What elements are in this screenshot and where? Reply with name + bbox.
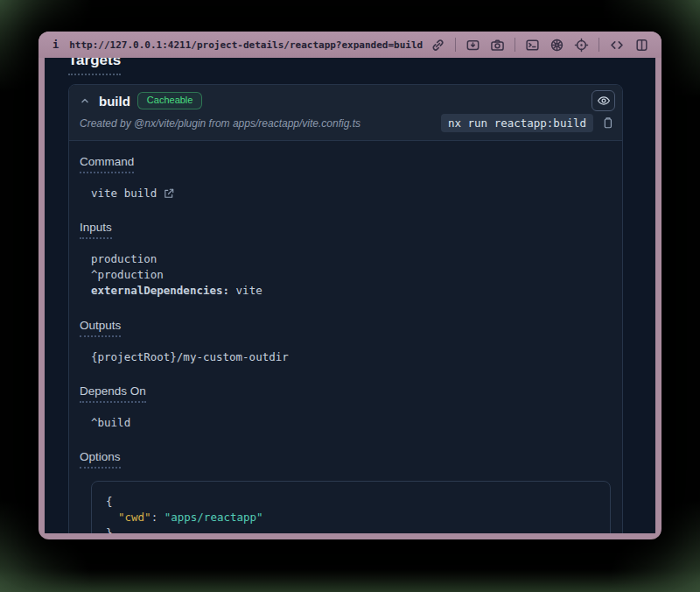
json-key-cwd: "cwd" (118, 511, 151, 524)
link-icon[interactable] (430, 38, 445, 53)
depends-on-section: Depends On ^build (80, 384, 612, 431)
options-json-block: { "cwd": "apps/reactapp" } (91, 481, 611, 533)
split-view-icon[interactable] (634, 38, 649, 53)
chevron-up-icon[interactable] (78, 94, 92, 108)
output-item: {projectRoot}/my-custom-outdir (91, 349, 612, 365)
project-details-page: Targets build Cacheable (45, 58, 655, 533)
target-card-build: build Cacheable Created by @nx/vite/plug… (68, 84, 623, 533)
url-bar[interactable]: http://127.0.0.1:4211/project-details/re… (69, 39, 424, 51)
info-icon: i (52, 39, 59, 51)
external-dependencies-key: externalDependencies: (91, 284, 229, 297)
inputs-heading: Inputs (80, 221, 112, 239)
target-icon[interactable] (574, 38, 589, 53)
run-command-chip: nx run reactapp:build (441, 114, 593, 132)
terminal-icon[interactable] (525, 38, 540, 53)
target-name-build[interactable]: build (99, 94, 130, 109)
json-value-cwd: "apps/reactapp" (164, 511, 263, 524)
json-brace-open: { (106, 494, 596, 510)
save-icon[interactable] (466, 38, 480, 53)
build-card-body: Command vite build Inputs (69, 141, 622, 533)
code-icon[interactable] (609, 38, 625, 53)
build-card-header: build Cacheable Created by @nx/vite/plug… (69, 85, 622, 141)
options-section: Options { "cwd": "apps/reactapp" } (80, 450, 612, 533)
toolbar-separator (455, 38, 456, 52)
inputs-section: Inputs production ^production externalDe… (80, 221, 612, 299)
globe-icon[interactable] (550, 38, 564, 53)
created-by-text: Created by @nx/vite/plugin from apps/rea… (80, 117, 360, 130)
toolbar-separator (514, 38, 515, 52)
titlebar-toolbar (430, 38, 649, 53)
depends-on-heading: Depends On (80, 384, 146, 403)
external-link-icon[interactable] (163, 187, 175, 200)
input-item: production (91, 251, 612, 267)
view-target-button[interactable] (592, 90, 615, 111)
browser-titlebar: i http://127.0.0.1:4211/project-details/… (38, 32, 662, 58)
copy-icon[interactable] (600, 116, 615, 130)
outputs-heading: Outputs (80, 319, 121, 337)
json-brace-close: } (106, 525, 596, 533)
outputs-section: Outputs {projectRoot}/my-custom-outdir (80, 319, 612, 365)
json-colon: : (151, 511, 164, 524)
command-section: Command vite build (80, 155, 612, 201)
page-title: Targets (68, 58, 121, 75)
depends-on-item: ^build (91, 415, 612, 431)
camera-icon[interactable] (490, 38, 505, 53)
input-item: ^production (91, 267, 612, 283)
toolbar-separator (598, 38, 599, 52)
input-item: externalDependencies: vite (91, 283, 612, 299)
external-dependencies-value: vite (236, 284, 262, 297)
command-value: vite build (91, 186, 157, 201)
command-heading: Command (80, 155, 134, 173)
browser-window: i http://127.0.0.1:4211/project-details/… (38, 32, 662, 539)
cacheable-badge: Cacheable (137, 92, 203, 109)
options-heading: Options (80, 450, 121, 469)
